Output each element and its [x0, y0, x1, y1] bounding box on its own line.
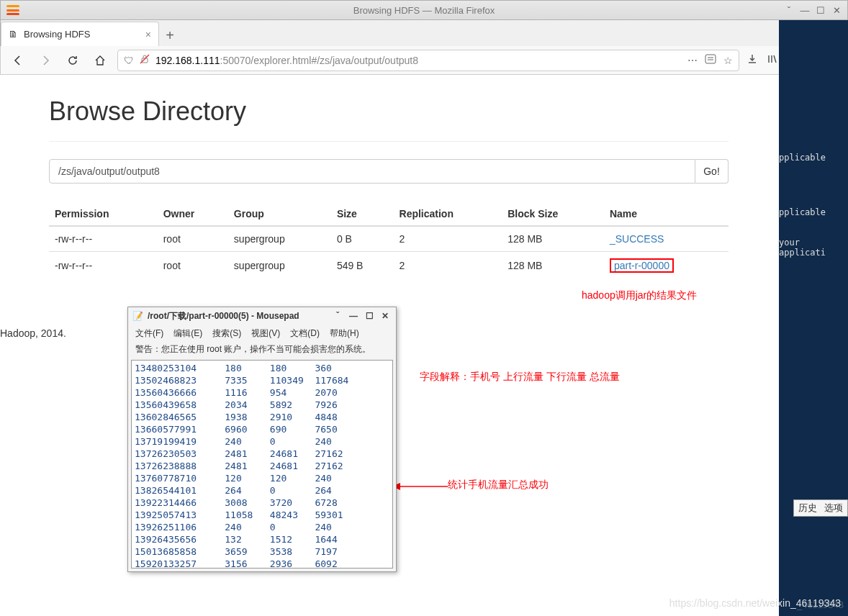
url-bar[interactable]: 🛡 192.168.1.111:50070/explorer.html#/zs/…	[117, 50, 739, 71]
library-icon[interactable]	[767, 53, 778, 67]
page-heading: Browse Directory	[49, 96, 729, 127]
col-owner: Owner	[158, 202, 228, 226]
col-replication: Replication	[394, 202, 502, 226]
page-watermark: https://blog.csdn.net/weixin_46119343	[669, 597, 841, 609]
tab-browsing-hdfs[interactable]: 🗎 Browsing HDFS ×	[1, 22, 159, 46]
mousepad-titlebar[interactable]: 📝 /root/下载/part-r-00000(5) - Mousepad ˇ …	[128, 307, 396, 325]
file-link-success[interactable]: _SUCCESS	[610, 233, 664, 245]
tab-close-icon[interactable]: ×	[145, 29, 151, 40]
mousepad-menubar: 文件(F) 编辑(E) 搜索(S) 视图(V) 文档(D) 帮助(H)	[128, 325, 396, 342]
window-minimize-icon[interactable]: —	[797, 3, 813, 17]
menu-view[interactable]: 视图(V)	[251, 327, 280, 340]
col-blocksize: Block Size	[502, 202, 604, 226]
app-menu-icon[interactable]	[6, 5, 19, 15]
home-button[interactable]	[90, 50, 110, 71]
table-row: -rw-r--r-- root supergroup 0 B 2 128 MB …	[49, 226, 729, 252]
browser-toolbar: 🛡 192.168.1.111:50070/explorer.html#/zs/…	[0, 46, 848, 75]
menu-doc[interactable]: 文档(D)	[290, 327, 320, 340]
file-link-part[interactable]: part-r-00000	[614, 260, 669, 271]
window-title: Browsing HDFS — Mozilla Firefox	[353, 5, 495, 16]
mp-close-icon[interactable]: ✕	[379, 311, 392, 321]
mousepad-title: /root/下载/part-r-00000(5) - Mousepad	[148, 310, 299, 322]
svg-rect-2	[705, 55, 716, 63]
menu-search[interactable]: 搜索(S)	[212, 327, 241, 340]
mousepad-app-icon: 📝	[132, 311, 143, 321]
window-maximize-icon[interactable]: ☐	[813, 3, 829, 17]
bookmark-star-icon[interactable]: ☆	[723, 55, 733, 66]
mp-up-icon[interactable]: ˇ	[331, 311, 344, 321]
mousepad-text-area[interactable]: 13480253104 180 180 360 13502468823 7335…	[131, 360, 393, 569]
annotation-result-file: hadoop调用jar的结果文件	[582, 289, 697, 302]
file-table: Permission Owner Group Size Replication …	[49, 202, 729, 279]
window-up-icon[interactable]: ˇ	[781, 3, 797, 17]
arrow-annotation	[392, 481, 449, 493]
new-tab-button[interactable]: +	[159, 24, 181, 46]
downloads-icon[interactable]	[746, 53, 758, 67]
mousepad-warning: 警告：您正在使用 root 账户，操作不当可能会损害您的系统。	[128, 342, 396, 360]
menu-edit[interactable]: 编辑(E)	[173, 327, 202, 340]
menu-file[interactable]: 文件(F)	[135, 327, 163, 340]
col-name: Name	[604, 202, 729, 226]
window-titlebar: Browsing HDFS — Mozilla Firefox ˇ — ☐ ✕	[0, 0, 848, 20]
footer-text: Hadoop, 2014.	[0, 327, 66, 339]
url-text: 192.168.1.111:50070/explorer.html#/zs/ja…	[155, 55, 682, 66]
tab-favicon: 🗎	[9, 29, 18, 40]
col-group: Group	[228, 202, 331, 226]
mp-max-icon[interactable]: ☐	[363, 311, 376, 321]
go-button[interactable]: Go!	[695, 159, 729, 184]
mousepad-window: 📝 /root/下载/part-r-00000(5) - Mousepad ˇ …	[127, 307, 397, 572]
mp-min-icon[interactable]: —	[347, 311, 360, 321]
annotation-field-desc: 字段解释：手机号 上行流量 下行流量 总流量	[420, 371, 620, 384]
window-close-icon[interactable]: ✕	[829, 3, 844, 17]
dark-tabs[interactable]: 历史 选项	[793, 499, 848, 517]
page-content: Browse Directory Go! Permission Owner Gr…	[0, 75, 777, 279]
col-size: Size	[331, 202, 394, 226]
back-button[interactable]	[8, 50, 28, 71]
annotation-stat-ok: 统计手机流量汇总成功	[448, 479, 549, 492]
background-terminal: pplicable pplicable your applicati 历史 选项…	[779, 20, 848, 616]
reload-button[interactable]	[63, 50, 83, 71]
tab-label: Browsing HDFS	[24, 29, 90, 40]
col-permission: Permission	[49, 202, 158, 226]
table-row: -rw-r--r-- root supergroup 549 B 2 128 M…	[49, 252, 729, 280]
tab-strip: 🗎 Browsing HDFS × +	[0, 20, 848, 46]
forward-button[interactable]	[35, 50, 55, 71]
insecure-icon[interactable]	[140, 54, 150, 66]
reader-icon[interactable]	[705, 54, 716, 66]
page-actions-icon[interactable]: ⋯	[687, 55, 698, 66]
path-input[interactable]	[49, 159, 695, 184]
shield-icon[interactable]: 🛡	[124, 55, 134, 66]
menu-help[interactable]: 帮助(H)	[330, 327, 359, 340]
